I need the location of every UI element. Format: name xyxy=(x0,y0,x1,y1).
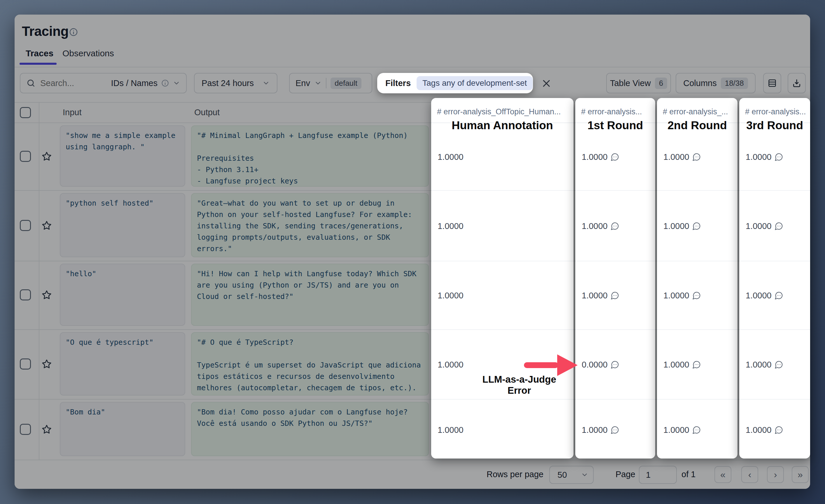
row-checkbox[interactable] xyxy=(20,289,31,301)
page-number-box[interactable] xyxy=(639,466,677,484)
time-range-label: Past 24 hours xyxy=(202,78,254,88)
round-label: 3rd Round xyxy=(739,119,810,132)
download-icon xyxy=(792,78,802,88)
score-value: 1.0000 xyxy=(438,152,463,162)
row-separator xyxy=(431,329,574,330)
output-cell[interactable]: "# O que é TypeScript? TypeScript é um s… xyxy=(191,332,429,396)
score-value: 1.0000 xyxy=(582,425,619,435)
row-separator xyxy=(657,261,738,261)
row-separator xyxy=(657,399,738,400)
next-page-button[interactable]: › xyxy=(767,466,784,483)
score-column-header[interactable]: # error-analysis... xyxy=(581,107,652,116)
clear-filter-icon[interactable] xyxy=(541,78,551,88)
prev-page-button[interactable]: ‹ xyxy=(741,466,758,483)
table-bottom-border xyxy=(15,460,810,460)
info-icon[interactable] xyxy=(69,27,78,37)
score-value: 1.0000 xyxy=(582,221,619,231)
score-column-1st-round[interactable]: # error-analysis... 1st Round 1.0000 1.0… xyxy=(575,98,655,458)
row-separator xyxy=(739,190,810,191)
page-total-label: of 1 xyxy=(681,470,695,479)
star-icon[interactable] xyxy=(42,289,52,300)
input-cell[interactable]: "Bom dia" xyxy=(60,402,185,456)
input-cell[interactable]: "hello" xyxy=(60,264,185,326)
star-icon[interactable] xyxy=(42,424,52,435)
score-value: 1.0000 xyxy=(438,221,463,231)
page-title: Tracing xyxy=(22,23,69,39)
comment-icon xyxy=(774,222,783,231)
score-column-human-annotation[interactable]: # error-analysis_OffTopic_Human... Human… xyxy=(431,98,574,458)
column-header-input[interactable]: Input xyxy=(63,108,82,117)
filter-value-pill[interactable]: Tags any of development-set xyxy=(417,76,533,90)
tabs-divider xyxy=(15,67,810,67)
score-value: 1.0000 xyxy=(663,359,701,370)
table-view-button[interactable]: Table View 6 xyxy=(606,73,671,93)
filters-label: Filters xyxy=(385,78,411,88)
row-checkbox[interactable] xyxy=(20,358,31,369)
column-header-output[interactable]: Output xyxy=(194,108,220,117)
tracing-panel: Tracing Traces Observations IDs / Names xyxy=(15,15,810,489)
env-select[interactable]: Env default xyxy=(289,73,372,93)
star-icon[interactable] xyxy=(42,220,52,231)
score-column-3rd-round[interactable]: # error-analysis... 3rd Round 1.0000 1.0… xyxy=(739,98,810,458)
row-height-button[interactable] xyxy=(763,73,781,93)
output-cell[interactable]: "Hi! How can I help with Langfuse today?… xyxy=(191,264,429,326)
score-column-header[interactable]: # error-analysis_... xyxy=(663,107,734,116)
table-view-label: Table View xyxy=(610,78,651,88)
export-button[interactable] xyxy=(788,73,806,93)
row-separator xyxy=(575,261,655,261)
row-checkbox[interactable] xyxy=(20,151,31,162)
rows-per-page-select[interactable]: 50 xyxy=(549,466,594,484)
score-value: 1.0000 xyxy=(746,152,783,162)
time-range-select[interactable]: Past 24 hours xyxy=(194,73,278,93)
row-separator xyxy=(431,261,574,261)
score-value: 1.0000 xyxy=(663,425,701,435)
chevron-down-icon xyxy=(314,79,322,87)
page-number-input[interactable] xyxy=(640,470,672,480)
round-label: 2nd Round xyxy=(657,119,738,132)
rows-per-page-label: Rows per page xyxy=(467,470,543,479)
columns-count-badge: 18/38 xyxy=(721,78,748,89)
row-checkbox[interactable] xyxy=(20,424,31,435)
table-view-count-badge: 6 xyxy=(655,78,667,89)
score-column-header[interactable]: # error-analysis_OffTopic_Human... xyxy=(437,107,570,116)
comment-icon xyxy=(611,291,619,300)
select-all-checkbox[interactable] xyxy=(20,107,31,118)
score-value: 1.0000 xyxy=(582,152,619,162)
score-value: 1.0000 xyxy=(746,359,783,370)
input-cell[interactable]: "O que é typescript" xyxy=(60,332,185,396)
score-value: 1.0000 xyxy=(746,290,783,301)
search-box[interactable]: IDs / Names xyxy=(20,73,187,93)
input-cell[interactable]: "python self hosted" xyxy=(60,193,185,257)
comment-icon xyxy=(774,291,783,300)
score-column-2nd-round[interactable]: # error-analysis_... 2nd Round 1.0000 1.… xyxy=(657,98,738,458)
star-icon[interactable] xyxy=(42,359,52,369)
comment-icon xyxy=(692,153,701,161)
tab-observations[interactable]: Observations xyxy=(62,49,114,58)
comment-icon xyxy=(692,360,701,369)
output-cell[interactable]: "# Minimal LangGraph + Langfuse example … xyxy=(191,125,429,187)
output-cell[interactable]: "Great—what do you want to set up or deb… xyxy=(191,193,429,257)
search-input[interactable] xyxy=(40,78,90,88)
tab-traces[interactable]: Traces xyxy=(26,49,53,58)
first-page-button[interactable]: « xyxy=(715,466,731,483)
columns-button[interactable]: Columns 18/38 xyxy=(676,73,756,93)
env-value-badge: default xyxy=(330,78,362,89)
star-icon[interactable] xyxy=(42,151,52,162)
row-separator xyxy=(739,399,810,400)
score-column-header[interactable]: # error-analysis... xyxy=(745,107,807,116)
row-checkbox[interactable] xyxy=(20,220,31,231)
comment-icon xyxy=(774,153,783,161)
score-value: 1.0000 xyxy=(746,425,783,435)
score-value: 1.0000 xyxy=(438,290,463,301)
score-value-error: 0.0000 xyxy=(582,359,619,370)
last-page-button[interactable]: » xyxy=(792,466,809,483)
double-chevron-left-icon: « xyxy=(720,469,726,480)
row-separator xyxy=(575,329,655,330)
input-cell[interactable]: "show me a simple example using langgrap… xyxy=(60,125,185,187)
filters-chip[interactable]: Filters Tags any of development-set xyxy=(377,73,533,93)
search-mode-select[interactable]: IDs / Names xyxy=(111,78,180,88)
score-value: 1.0000 xyxy=(746,221,783,231)
output-cell[interactable]: "Bom dia! Como posso ajudar com o Langfu… xyxy=(191,402,429,456)
comment-icon xyxy=(611,360,619,369)
score-value: 1.0000 xyxy=(438,425,463,435)
